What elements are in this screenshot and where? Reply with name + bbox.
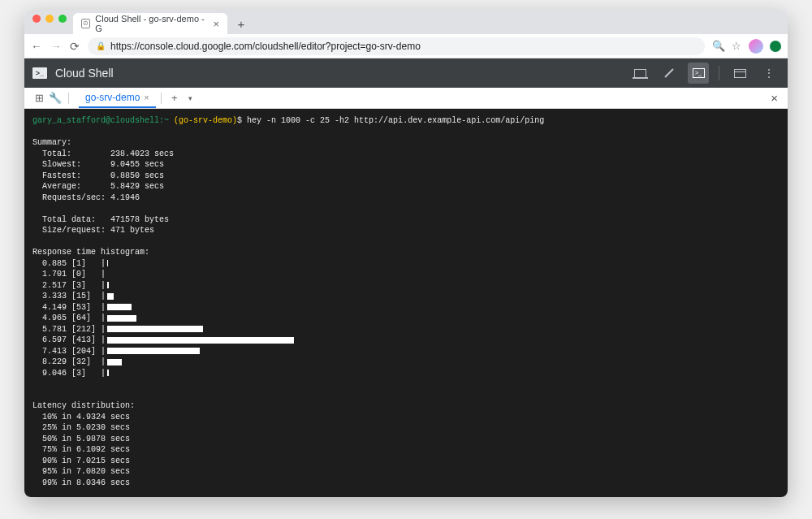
zoom-window-dot[interactable]	[58, 15, 67, 23]
file-tab[interactable]: go-srv-demo ×	[79, 88, 156, 108]
web-preview-button[interactable]	[629, 63, 650, 84]
profile-avatar[interactable]	[749, 39, 763, 54]
star-icon[interactable]: ☆	[731, 41, 742, 52]
laptop-icon	[634, 69, 646, 77]
extension-icon[interactable]	[770, 41, 781, 52]
file-tab-label: go-srv-demo	[85, 92, 140, 103]
open-window-button[interactable]	[729, 63, 750, 84]
forward-button[interactable]: →	[50, 40, 62, 53]
terminal-output[interactable]: gary_a_stafford@cloudshell:~ (go-srv-dem…	[24, 109, 788, 497]
window-controls	[29, 15, 73, 29]
minimize-window-dot[interactable]	[45, 15, 54, 23]
wrench-icon[interactable]: 🔧	[47, 90, 63, 106]
close-file-tab-icon[interactable]: ×	[144, 93, 149, 102]
cloudshell-header: Cloud Shell ⋮	[24, 58, 788, 88]
grid-icon[interactable]: ⊞	[31, 90, 47, 106]
tab-menu-button[interactable]: ▾	[183, 90, 199, 106]
url-text: https://console.cloud.google.com/cloudsh…	[110, 41, 421, 52]
window-icon	[734, 69, 746, 78]
chrome-tab-strip: ⊙ Cloud Shell - go-srv-demo - G × +	[24, 10, 788, 34]
cloudshell-editor-toolbar: ⊞ 🔧 go-srv-demo × + ▾ ×	[24, 88, 788, 109]
browser-toolbar: ← → ⟳ 🔒 https://console.cloud.google.com…	[24, 34, 788, 58]
back-button[interactable]: ←	[31, 40, 42, 53]
page-favicon-icon: ⊙	[81, 19, 90, 28]
add-tab-button[interactable]: +	[166, 90, 183, 106]
toolbar-separator	[68, 93, 69, 104]
header-divider	[719, 66, 719, 80]
more-menu-button[interactable]: ⋮	[758, 63, 780, 84]
toolbar-right-icons: 🔍 ☆	[713, 39, 781, 54]
edit-button[interactable]	[659, 63, 680, 84]
close-window-dot[interactable]	[32, 15, 41, 23]
address-bar[interactable]: 🔒 https://console.cloud.google.com/cloud…	[88, 37, 705, 55]
close-tab-icon[interactable]: ×	[213, 18, 219, 30]
reload-button[interactable]: ⟳	[70, 40, 80, 53]
browser-window: ⊙ Cloud Shell - go-srv-demo - G × + ← → …	[24, 10, 788, 497]
close-panel-button[interactable]: ×	[767, 91, 781, 105]
browser-tab-title: Cloud Shell - go-srv-demo - G	[95, 14, 205, 33]
toolbar-separator	[161, 93, 162, 104]
cloudshell-logo-icon	[32, 67, 47, 79]
pencil-icon	[664, 68, 673, 77]
open-terminal-button[interactable]	[688, 63, 709, 84]
lock-icon: 🔒	[96, 41, 106, 50]
browser-tab[interactable]: ⊙ Cloud Shell - go-srv-demo - G ×	[73, 13, 227, 34]
search-icon[interactable]: 🔍	[713, 41, 724, 52]
terminal-icon	[693, 68, 705, 78]
new-tab-button[interactable]: +	[232, 15, 250, 32]
cloudshell-title: Cloud Shell	[55, 67, 114, 80]
